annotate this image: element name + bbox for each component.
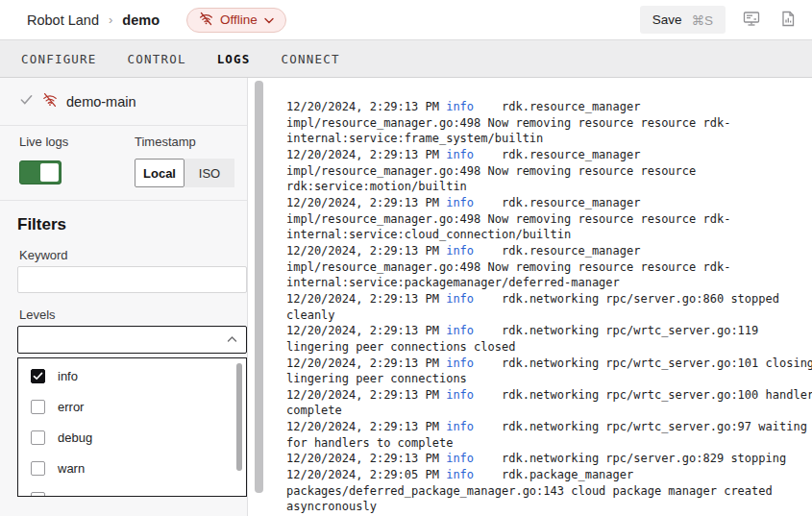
breadcrumb-separator: › — [109, 12, 112, 27]
toggle-knob — [40, 163, 59, 182]
check-icon — [19, 92, 34, 111]
file-chart-icon — [781, 11, 795, 30]
breadcrumb-machine[interactable]: demo — [122, 12, 160, 28]
log-scrollbar-thumb[interactable] — [255, 81, 263, 493]
timestamp-iso-button[interactable]: ISO — [185, 159, 234, 187]
level-option-label: warn — [58, 461, 85, 476]
status-badge-label: Offline — [220, 12, 258, 27]
level-option-error[interactable]: error — [18, 391, 246, 422]
level-option-warn[interactable]: warn — [18, 453, 246, 483]
save-button[interactable]: Save ⌘S — [640, 6, 726, 34]
level-option-debug[interactable]: debug — [18, 422, 246, 453]
live-logs-label: Live logs — [19, 135, 68, 149]
tab-logs[interactable]: LOGS — [217, 52, 251, 66]
checkbox-error[interactable] — [31, 400, 45, 414]
level-option-partial[interactable] — [18, 483, 246, 497]
level-option-label: error — [58, 400, 84, 414]
tab-configure[interactable]: CONFIGURE — [21, 52, 97, 66]
checkbox-debug[interactable] — [31, 430, 45, 445]
monitor-icon — [743, 11, 760, 30]
checkbox-info[interactable] — [31, 369, 45, 383]
monitor-button[interactable] — [739, 7, 764, 34]
save-shortcut: ⌘S — [691, 12, 713, 28]
level-option-label: info — [58, 369, 78, 383]
breadcrumb: Robot Land › demo Offline — [27, 8, 286, 33]
checkbox-warn[interactable] — [31, 461, 45, 476]
level-option-info[interactable]: info — [18, 360, 246, 391]
machine-status-dropdown[interactable]: Offline — [186, 8, 286, 33]
tab-control[interactable]: CONTROL — [128, 52, 186, 66]
chevron-down-icon — [264, 12, 274, 27]
level-options-list: info error debug — [18, 358, 246, 497]
timestamp-label: Timestamp — [135, 135, 196, 149]
log-controls-section: Live logs Timestamp Local ISO — [0, 126, 247, 201]
checkbox-partial — [31, 492, 45, 498]
breadcrumb-org[interactable]: Robot Land — [27, 12, 99, 28]
machine-part-name: demo-main — [66, 94, 136, 110]
header: Robot Land › demo Offline — [0, 0, 812, 39]
keyword-label: Keyword — [19, 248, 68, 262]
levels-dropdown-panel: info error debug — [17, 357, 247, 497]
wifi-off-icon — [199, 12, 213, 29]
levels-label: Levels — [19, 307, 56, 322]
tab-bar: CONFIGURE CONTROL LOGS CONNECT — [0, 39, 812, 78]
app-window: Robot Land › demo Offline — [0, 0, 812, 516]
timestamp-local-button[interactable]: Local — [135, 159, 185, 187]
wifi-off-icon — [42, 92, 58, 111]
levels-select[interactable] — [17, 326, 247, 354]
filters-title: Filters — [17, 215, 66, 234]
live-logs-toggle[interactable] — [19, 160, 62, 184]
header-actions: Save ⌘S — [640, 6, 799, 34]
level-option-label: debug — [58, 430, 92, 445]
machine-part-row[interactable]: demo-main — [0, 78, 247, 126]
log-file-button[interactable] — [777, 7, 799, 34]
logs-sidebar: demo-main Live logs Timestamp Local ISO … — [0, 78, 248, 516]
log-stream[interactable]: 12/20/2024, 2:29:13 PM info rdk.resource… — [286, 99, 812, 515]
save-button-label: Save — [652, 12, 682, 27]
tab-connect[interactable]: CONNECT — [282, 52, 340, 66]
keyword-input[interactable] — [17, 266, 247, 293]
timestamp-segmented-control: Local ISO — [135, 159, 234, 187]
dropdown-scrollbar-thumb[interactable] — [236, 363, 242, 471]
